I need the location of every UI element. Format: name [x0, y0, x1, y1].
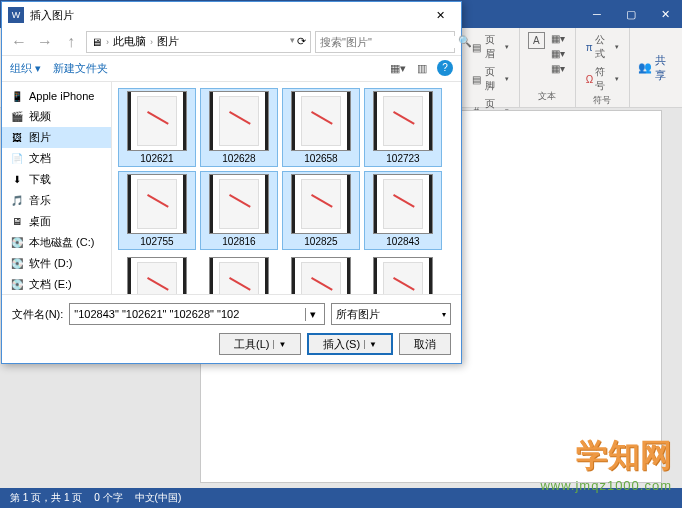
dialog-title: 插入图片	[30, 8, 425, 23]
thumbnail-label: 102658	[304, 153, 337, 164]
dialog-close-button[interactable]: ✕	[425, 5, 455, 25]
folder-icon: ⬇	[10, 173, 24, 187]
cancel-button[interactable]: 取消	[399, 333, 451, 355]
thumbnail[interactable]: 102843	[364, 171, 442, 250]
filename-label: 文件名(N):	[12, 307, 63, 322]
thumbnail[interactable]: 102723	[364, 88, 442, 167]
sidebar-item[interactable]: 🖥桌面	[2, 211, 111, 232]
thumbnail-image	[373, 257, 433, 294]
folder-icon: 💽	[10, 257, 24, 271]
word-close-button[interactable]: ✕	[648, 0, 682, 28]
sidebar-item[interactable]: 🎬视频	[2, 106, 111, 127]
tools-button[interactable]: 工具(L)▼	[219, 333, 301, 355]
thumbnail[interactable]: 102621	[118, 88, 196, 167]
thumbnail-image	[291, 257, 351, 294]
sidebar: 📱Apple iPhone🎬视频🖼图片📄文档⬇下载🎵音乐🖥桌面💽本地磁盘 (C:…	[2, 82, 112, 294]
search-icon[interactable]: 🔍	[458, 35, 472, 48]
organize-button[interactable]: 组织 ▾	[10, 61, 41, 76]
sidebar-item[interactable]: 💽本地磁盘 (C:)	[2, 232, 111, 253]
sidebar-item[interactable]: 📄文档	[2, 148, 111, 169]
folder-icon: 💽	[10, 236, 24, 250]
thumbnail[interactable]	[282, 254, 360, 294]
breadcrumb-pc[interactable]: 此电脑	[113, 34, 146, 49]
status-lang[interactable]: 中文(中国)	[135, 491, 182, 505]
ribbon-footer[interactable]: ▤页脚▾	[468, 64, 511, 94]
sidebar-item[interactable]: 💽文档 (E:)	[2, 274, 111, 294]
ribbon-text-b[interactable]: ▦▾	[549, 47, 567, 60]
folder-icon: 🖼	[10, 131, 24, 145]
thumbnail[interactable]: 102816	[200, 171, 278, 250]
thumbnail[interactable]	[364, 254, 442, 294]
nav-up-button[interactable]: ↑	[60, 31, 82, 53]
ribbon-symbol-group: π公式▾ Ω符号▾ 符号	[576, 28, 630, 107]
thumbnail[interactable]	[200, 254, 278, 294]
file-filter[interactable]: 所有图片▾	[331, 303, 451, 325]
thumbnail-label: 102628	[222, 153, 255, 164]
nav-forward-button[interactable]: →	[34, 31, 56, 53]
insert-picture-dialog: W 插入图片 ✕ ← → ↑ 🖥 › 此电脑 › 图片 ▾⟳ 🔍 组织 ▾ 新建…	[1, 1, 462, 364]
new-folder-button[interactable]: 新建文件夹	[53, 61, 108, 76]
sidebar-item[interactable]: 🎵音乐	[2, 190, 111, 211]
sidebar-item-label: 图片	[29, 130, 51, 145]
view-button[interactable]: ▦▾	[389, 60, 407, 78]
thumbnail[interactable]: 102755	[118, 171, 196, 250]
nav-back-button[interactable]: ←	[8, 31, 30, 53]
ribbon-text-a[interactable]: ▦▾	[549, 32, 567, 45]
breadcrumb[interactable]: 🖥 › 此电脑 › 图片 ▾⟳	[86, 31, 311, 53]
sidebar-item-label: 本地磁盘 (C:)	[29, 235, 94, 250]
sidebar-item[interactable]: 🖼图片	[2, 127, 111, 148]
thumbnail-label: 102621	[140, 153, 173, 164]
folder-icon: 💽	[10, 278, 24, 292]
share-button[interactable]: 👥共享	[630, 28, 682, 107]
sidebar-item-label: 视频	[29, 109, 51, 124]
word-max-button[interactable]: ▢	[614, 0, 648, 28]
ribbon-symbol[interactable]: Ω符号▾	[584, 64, 621, 94]
status-words[interactable]: 0 个字	[94, 491, 122, 505]
folder-icon: 🎬	[10, 110, 24, 124]
filename-dropdown[interactable]: ▾	[305, 308, 320, 321]
ribbon-header[interactable]: ▤页眉▾	[468, 32, 511, 62]
thumbnail-image	[127, 257, 187, 294]
thumbnail-image	[127, 174, 187, 234]
search-input[interactable]	[320, 36, 458, 48]
sidebar-item[interactable]: 💽软件 (D:)	[2, 253, 111, 274]
thumbnail[interactable]: 102825	[282, 171, 360, 250]
ribbon-textbox[interactable]: A	[528, 32, 545, 49]
dialog-toolbar: 组织 ▾ 新建文件夹 ▦▾ ▥ ?	[2, 56, 461, 82]
thumbnail-label: 102816	[222, 236, 255, 247]
pc-icon: 🖥	[91, 36, 102, 48]
filename-input-wrap[interactable]: ▾	[69, 303, 325, 325]
search-box[interactable]: 🔍	[315, 31, 455, 53]
word-min-button[interactable]: ─	[580, 0, 614, 28]
status-page[interactable]: 第 1 页，共 1 页	[10, 491, 82, 505]
sidebar-item-label: 文档 (E:)	[29, 277, 72, 292]
dialog-nav: ← → ↑ 🖥 › 此电脑 › 图片 ▾⟳ 🔍	[2, 28, 461, 56]
folder-icon: 📱	[10, 89, 24, 103]
folder-icon: 📄	[10, 152, 24, 166]
thumbnail-image	[291, 91, 351, 151]
sidebar-item-label: Apple iPhone	[29, 90, 94, 102]
sidebar-item-label: 桌面	[29, 214, 51, 229]
thumbnail[interactable]	[118, 254, 196, 294]
thumbnail-label: 102723	[386, 153, 419, 164]
folder-icon: 🎵	[10, 194, 24, 208]
breadcrumb-pics[interactable]: 图片	[157, 34, 179, 49]
sidebar-item[interactable]: 📱Apple iPhone	[2, 86, 111, 106]
thumbnail-label: 102825	[304, 236, 337, 247]
refresh-icon[interactable]: ⟳	[297, 35, 306, 48]
ribbon-formula[interactable]: π公式▾	[584, 32, 621, 62]
word-status-bar: 第 1 页，共 1 页 0 个字 中文(中国)	[0, 488, 682, 508]
sidebar-item-label: 音乐	[29, 193, 51, 208]
sidebar-item[interactable]: ⬇下载	[2, 169, 111, 190]
filename-input[interactable]	[74, 308, 305, 320]
word-icon: W	[8, 7, 24, 23]
thumbnail-image	[209, 257, 269, 294]
thumbnail[interactable]: 102658	[282, 88, 360, 167]
thumbnail-grid[interactable]: 1026211026281026581027231027551028161028…	[112, 82, 461, 294]
ribbon-text-c[interactable]: ▦▾	[549, 62, 567, 75]
insert-button[interactable]: 插入(S)▼	[307, 333, 393, 355]
preview-button[interactable]: ▥	[413, 60, 431, 78]
help-icon[interactable]: ?	[437, 60, 453, 76]
thumbnail[interactable]: 102628	[200, 88, 278, 167]
thumbnail-label: 102843	[386, 236, 419, 247]
